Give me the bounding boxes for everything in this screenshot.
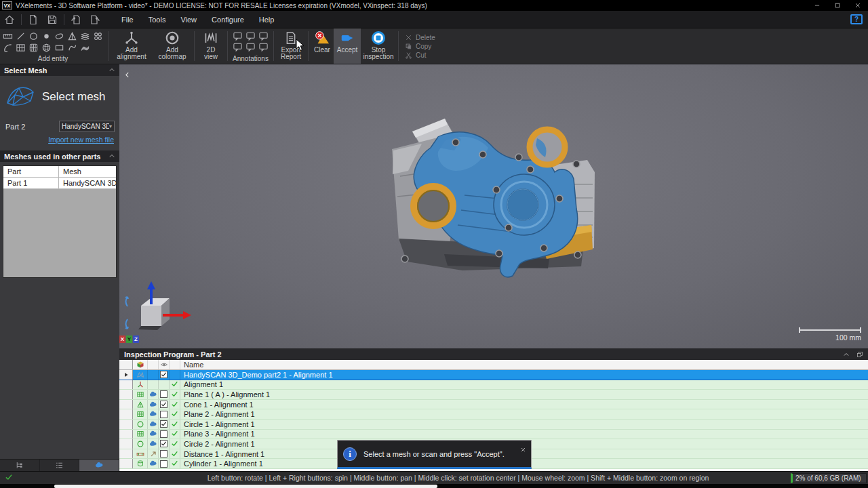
column-header-part[interactable]: Part — [3, 166, 59, 177]
separator — [64, 14, 64, 25]
entity-type-column-icon[interactable] — [133, 360, 148, 369]
rectangle-icon[interactable] — [53, 42, 66, 54]
visibility-checkbox[interactable] — [159, 459, 170, 468]
close-button[interactable] — [848, 0, 868, 11]
navigation-cube[interactable] — [122, 280, 197, 344]
row-selector-column — [119, 360, 133, 369]
export-session-icon[interactable] — [88, 14, 102, 26]
cut-button[interactable]: Cut — [405, 52, 435, 59]
point-icon[interactable] — [40, 30, 53, 42]
annotation-icon[interactable] — [257, 30, 270, 41]
add-alignment-button[interactable]: Add alignment — [111, 28, 153, 64]
mesh-grid-icon[interactable] — [27, 42, 40, 54]
name-column-header[interactable]: Name — [180, 360, 868, 369]
select-mesh-panel: Select Mesh Select mesh Part 2 HandySCAN… — [0, 64, 119, 471]
notification-toast: i Select a mesh or scan and press "Accep… — [337, 440, 532, 469]
2d-view-icon — [203, 30, 218, 45]
visibility-checkbox[interactable] — [159, 420, 170, 429]
inspection-panel-header[interactable]: Inspection Program - Part 2 — [119, 348, 868, 360]
mesh-icon — [5, 85, 35, 108]
mesh-select-dropdown[interactable]: HandySCAN 3D_D ▾ — [59, 121, 115, 132]
accept-button[interactable]: Accept — [334, 28, 361, 64]
scale-label: 100 mm — [799, 333, 861, 342]
copy-button[interactable]: Copy — [405, 43, 435, 50]
tree-row[interactable]: Cone 1 - Alignment 1 — [119, 400, 868, 410]
mouse-hints: Left button: rotate | Left + Right butto… — [17, 474, 791, 482]
table-row[interactable]: Part 1HandySCAN 3D_De... — [3, 178, 116, 189]
home-icon[interactable] — [3, 14, 16, 26]
pattern-icon[interactable] — [92, 30, 104, 42]
3d-viewport[interactable]: X Y Z 100 mm — [119, 64, 868, 348]
float-panel-icon[interactable] — [856, 351, 863, 358]
collapse-panel-icon[interactable] — [843, 351, 850, 358]
visibility-column-icon[interactable] — [159, 360, 170, 369]
part-label: Part 2 — [5, 123, 25, 131]
delete-button[interactable]: Delete — [405, 34, 435, 41]
import-mesh-link[interactable]: Import new mesh file — [0, 132, 119, 144]
tree-item-name: Circle 1 - Alignment 1 — [180, 420, 868, 429]
save-icon[interactable] — [45, 14, 59, 26]
menu-file[interactable]: File — [114, 13, 141, 26]
annotation-icon[interactable] — [244, 30, 257, 41]
measured-column[interactable] — [148, 360, 159, 369]
help-icon[interactable]: ? — [850, 14, 863, 24]
tree-row[interactable]: Alignment 1 — [119, 380, 868, 390]
menu-tools[interactable]: Tools — [141, 13, 174, 26]
visibility-checkbox[interactable] — [159, 370, 170, 380]
tree-row[interactable]: Plane 1 ( A ) - Alignment 1 — [119, 390, 868, 400]
annotation-icon[interactable] — [244, 41, 257, 52]
tab-tree-view[interactable] — [0, 460, 40, 471]
tree-row[interactable]: HandySCAN 3D_Demo part2 1 - Alignment 1 — [119, 370, 868, 380]
annotation-icon[interactable] — [231, 41, 244, 52]
ellipse-icon[interactable] — [53, 30, 66, 42]
visibility-checkbox[interactable] — [159, 390, 170, 399]
clear-button[interactable]: Clear — [311, 28, 334, 64]
select-mesh-header[interactable]: Select Mesh — [0, 64, 119, 76]
ruler-icon[interactable] — [1, 30, 14, 42]
surface-icon[interactable] — [79, 42, 92, 54]
arc-icon[interactable] — [1, 42, 14, 54]
planes-icon[interactable] — [79, 30, 92, 42]
menu-view[interactable]: View — [173, 13, 204, 26]
new-document-icon[interactable] — [26, 14, 40, 26]
grid-icon[interactable] — [14, 42, 27, 54]
minimize-button[interactable] — [807, 0, 827, 11]
cloud-icon — [148, 390, 159, 399]
sphere-icon[interactable] — [40, 42, 53, 54]
scanned-part-3d-view[interactable] — [380, 108, 604, 285]
column-header-mesh[interactable]: Mesh — [59, 166, 116, 177]
annotations-group: Annotations — [230, 28, 271, 64]
maximize-button[interactable] — [827, 0, 848, 11]
cone-icon[interactable] — [66, 30, 79, 42]
annotation-icon[interactable] — [231, 30, 244, 41]
curve-icon[interactable] — [66, 42, 79, 54]
visibility-checkbox[interactable] — [159, 430, 170, 439]
annotation-icon[interactable] — [257, 41, 270, 52]
line-icon[interactable] — [14, 30, 27, 42]
circle-icon — [133, 439, 148, 449]
add-colormap-button[interactable]: Add colormap — [153, 28, 192, 64]
2d-view-button[interactable]: 2D view — [197, 28, 225, 64]
stop-inspection-button[interactable]: Stop inspection — [361, 28, 396, 64]
menu-help[interactable]: Help — [252, 13, 282, 26]
visibility-checkbox[interactable] — [159, 400, 170, 409]
collapse-icon[interactable] — [108, 152, 115, 161]
menu-configure[interactable]: Configure — [204, 13, 252, 26]
tree-item-name: Plane 3 - Alignment 1 — [180, 430, 868, 439]
tab-mesh-view[interactable] — [79, 460, 119, 471]
visibility-checkbox[interactable] — [159, 449, 170, 459]
tab-list-view[interactable] — [40, 460, 80, 471]
circle-icon[interactable] — [27, 30, 40, 42]
tree-row[interactable]: Circle 1 - Alignment 1 — [119, 420, 868, 430]
tree-row[interactable]: Plane 3 - Alignment 1 — [119, 430, 868, 440]
tree-row[interactable]: Plane 2 - Alignment 1 — [119, 409, 868, 420]
panel-collapse-chevron-icon[interactable] — [123, 69, 131, 81]
status-column[interactable] — [170, 360, 180, 369]
collapse-icon[interactable] — [108, 66, 115, 75]
toast-close-icon[interactable] — [520, 443, 526, 455]
meshes-used-header[interactable]: Meshes used in other parts — [0, 150, 119, 162]
circle-icon — [133, 420, 148, 429]
import-session-icon[interactable] — [69, 14, 83, 26]
visibility-checkbox[interactable] — [159, 439, 170, 449]
visibility-checkbox[interactable] — [159, 409, 170, 419]
